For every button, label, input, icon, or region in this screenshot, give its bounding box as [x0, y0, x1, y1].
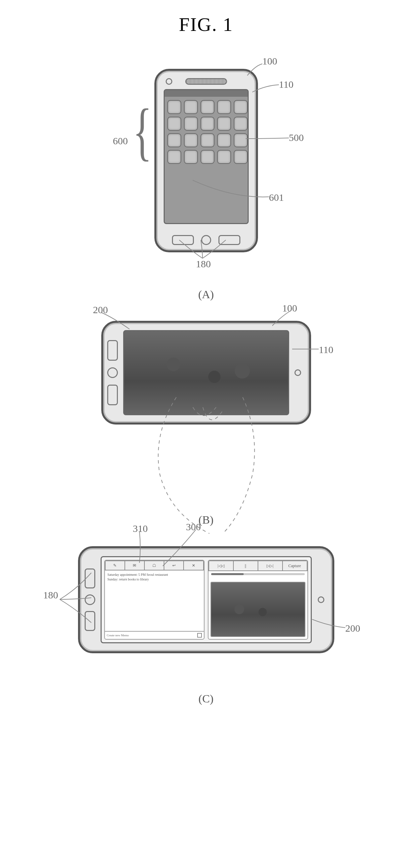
panel-c-label: (C): [0, 692, 412, 705]
app-icon[interactable]: [217, 100, 231, 114]
panel-a-label: (A): [0, 288, 412, 301]
speaker-grille: [185, 78, 227, 85]
panel-b: 200 100 110: [0, 321, 412, 500]
memo-line: Saturday appointment: 5 PM Seoul restaur…: [108, 572, 201, 577]
app-icon[interactable]: [217, 133, 231, 147]
nav-button[interactable]: [107, 384, 118, 405]
player-prev-button[interactable]: |◁◁: [208, 560, 234, 571]
nav-home-button[interactable]: [107, 367, 118, 378]
brace-600: {: [133, 95, 152, 168]
memo-line: Sunday: return books to library: [108, 577, 201, 582]
memo-pane: ✎ ✉ ☖ ↩ ✕ Saturday appointment: 5 PM Seo…: [104, 560, 205, 640]
camera-dot: [295, 369, 301, 376]
app-icon[interactable]: [234, 117, 248, 131]
app-icon[interactable]: [217, 117, 231, 131]
panel-c: ✎ ✉ ☖ ↩ ✕ Saturday appointment: 5 PM Seo…: [0, 546, 412, 679]
status-bar: [165, 90, 248, 97]
app-icon[interactable]: [167, 100, 181, 114]
player-seek-row: [208, 571, 307, 581]
camera-dot: [166, 78, 172, 85]
app-icon[interactable]: [167, 150, 181, 164]
phone-landscape: [101, 321, 311, 425]
phone-screen: [164, 89, 249, 224]
app-icon[interactable]: [201, 133, 214, 147]
panel-a: 100 110 500 { 600 601 180: [0, 69, 412, 275]
player-pause-button[interactable]: ||: [234, 560, 258, 571]
memo-footer-icon[interactable]: [197, 633, 202, 638]
panel-b-label: (B): [0, 514, 412, 526]
nav-bar: [107, 323, 118, 423]
ref-600: 600: [113, 135, 128, 147]
figure-title: FIG. 1: [0, 13, 412, 36]
app-icon[interactable]: [234, 100, 248, 114]
player-video-thumb[interactable]: [210, 582, 305, 637]
app-icon[interactable]: [167, 133, 181, 147]
app-icon[interactable]: [234, 150, 248, 164]
app-icon[interactable]: [184, 133, 198, 147]
memo-footer: Create new Memo: [105, 631, 204, 639]
phone-portrait: [154, 69, 258, 252]
memo-body[interactable]: Saturday appointment: 5 PM Seoul restaur…: [105, 570, 204, 631]
memo-edit-icon[interactable]: ✎: [105, 560, 125, 570]
app-icon[interactable]: [184, 117, 198, 131]
app-icon[interactable]: [184, 150, 198, 164]
app-icon[interactable]: [201, 100, 214, 114]
video-screen[interactable]: [123, 330, 289, 415]
phone-landscape-split: ✎ ✉ ☖ ↩ ✕ Saturday appointment: 5 PM Seo…: [78, 546, 334, 653]
nav-button[interactable]: [107, 340, 118, 361]
app-icon[interactable]: [184, 100, 198, 114]
ref-180c: 180: [43, 589, 58, 601]
split-screen: ✎ ✉ ☖ ↩ ✕ Saturday appointment: 5 PM Seo…: [101, 556, 312, 643]
player-next-button[interactable]: ▷▷|: [258, 560, 283, 571]
player-pane: |◁◁ || ▷▷| Capture: [208, 560, 308, 640]
app-icon[interactable]: [167, 117, 181, 131]
app-icon[interactable]: [201, 117, 214, 131]
app-icon-grid: [165, 97, 248, 167]
player-capture-button[interactable]: Capture: [283, 560, 307, 571]
player-seek-bar[interactable]: [211, 573, 305, 575]
camera-dot: [318, 596, 324, 603]
app-icon[interactable]: [201, 150, 214, 164]
memo-footer-label: Create new Memo: [107, 633, 129, 637]
player-controls: |◁◁ || ▷▷| Capture: [208, 560, 307, 571]
app-icon[interactable]: [217, 150, 231, 164]
